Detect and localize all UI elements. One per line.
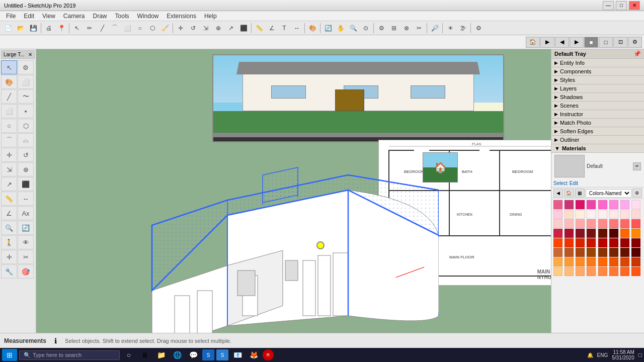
view-mode1[interactable]: ■ (584, 37, 598, 48)
taskbar-app-4[interactable]: 💬 (186, 348, 200, 362)
color-swatch-42[interactable] (576, 248, 585, 257)
color-swatch-9[interactable] (565, 210, 574, 219)
color-swatch-37[interactable] (609, 238, 618, 247)
view-settings[interactable]: ⚙ (628, 37, 642, 48)
color-swatch-49[interactable] (565, 257, 574, 266)
color-swatch-4[interactable] (598, 200, 607, 209)
color-swatch-56[interactable] (553, 267, 562, 276)
tool-extra1[interactable]: 🔧 (1, 264, 17, 279)
color-swatch-21[interactable] (609, 219, 618, 228)
tool-rect2[interactable]: ▪ (18, 104, 34, 118)
protractor-tool[interactable]: ∠ (266, 22, 278, 34)
tool-component[interactable]: ⚙ (18, 60, 34, 74)
color-swatch-24[interactable] (553, 229, 562, 238)
taskbar-app-5[interactable]: S (202, 349, 214, 360)
color-swatch-25[interactable] (565, 229, 574, 238)
entity-info-header[interactable]: ▶ Entity Info (551, 59, 644, 67)
menu-view[interactable]: View (38, 12, 59, 21)
color-swatch-32[interactable] (553, 238, 562, 247)
section-tool[interactable]: ✂ (413, 22, 425, 34)
menu-help[interactable]: Help (200, 12, 221, 21)
outliner-header[interactable]: ▶ Outliner (551, 136, 644, 144)
tool-lookaround[interactable]: 👁 (18, 235, 34, 249)
materials-select-tab[interactable]: Select (553, 180, 568, 186)
line-tool[interactable]: ╱ (96, 22, 108, 34)
fog-btn[interactable]: 🌫 (457, 22, 469, 34)
view-next[interactable]: ▶ (570, 37, 584, 48)
color-swatch-43[interactable] (587, 248, 596, 257)
color-swatch-62[interactable] (620, 267, 629, 276)
mat-settings-btn[interactable]: ⚙ (632, 189, 642, 198)
taskbar-action-center[interactable]: □ (638, 351, 642, 358)
scenes-header[interactable]: ▶ Scenes (551, 102, 644, 110)
view-mode3[interactable]: ⊡ (613, 37, 627, 48)
zoomarea-btn[interactable]: 🔎 (429, 22, 441, 34)
mat-detail-btn[interactable]: ▦ (575, 189, 585, 198)
color-swatch-7[interactable] (631, 200, 640, 209)
color-swatch-44[interactable] (598, 248, 607, 257)
color-swatch-20[interactable] (598, 219, 607, 228)
color-swatch-61[interactable] (609, 267, 618, 276)
color-swatch-46[interactable] (620, 248, 629, 257)
color-swatch-55[interactable] (631, 257, 640, 266)
color-swatch-41[interactable] (565, 248, 574, 257)
tool-circle[interactable]: ○ (1, 119, 17, 133)
maximize-button[interactable]: □ (616, 1, 627, 10)
dim-tool[interactable]: ↔ (291, 22, 303, 34)
pushpull-tool[interactable]: ⊕ (212, 22, 224, 34)
color-swatch-27[interactable] (587, 229, 596, 238)
tool-freehand[interactable]: 〜 (18, 89, 34, 104)
minimize-button[interactable]: — (603, 1, 614, 10)
color-swatch-22[interactable] (620, 219, 629, 228)
color-swatch-3[interactable] (587, 200, 596, 209)
canvas-area[interactable]: BEDROOM BATH BEDROOM LIVING RM KITCHEN D… (36, 49, 551, 333)
color-swatch-60[interactable] (598, 267, 607, 276)
pan-tool[interactable]: ✋ (335, 22, 347, 34)
select-tool[interactable]: ↖ (71, 22, 83, 34)
shadowsett-btn[interactable]: ☀ (444, 22, 456, 34)
color-swatch-47[interactable] (631, 248, 640, 257)
color-swatch-26[interactable] (576, 229, 585, 238)
color-swatch-33[interactable] (565, 238, 574, 247)
tool-extra2[interactable]: 🎯 (18, 264, 34, 279)
taskbar-app-3[interactable]: 🌐 (170, 348, 184, 362)
color-swatch-5[interactable] (609, 200, 618, 209)
menu-edit[interactable]: Edit (20, 12, 38, 21)
paint-tool[interactable]: 🎨 (306, 22, 318, 34)
zoomext-tool[interactable]: ⊙ (360, 22, 372, 34)
tool-orbit[interactable]: 🔄 (18, 221, 34, 235)
followme-tool[interactable]: ↗ (225, 22, 237, 34)
color-swatch-18[interactable] (576, 219, 585, 228)
tool-line[interactable]: ╱ (1, 89, 17, 104)
save-button[interactable]: 💾 (27, 22, 39, 34)
color-swatch-39[interactable] (631, 238, 640, 247)
color-swatch-57[interactable] (565, 267, 574, 276)
color-swatch-51[interactable] (587, 257, 596, 266)
rect-tool[interactable]: ⬜ (121, 22, 133, 34)
color-swatch-52[interactable] (598, 257, 607, 266)
toolbar-close-icon[interactable]: ✕ (28, 52, 32, 57)
start-button[interactable]: ⊞ (2, 349, 17, 361)
materials-header[interactable]: ▼ Materials (551, 144, 644, 153)
taskbar-app-6[interactable]: 📧 (230, 348, 245, 362)
open-button[interactable]: 📂 (15, 22, 27, 34)
move-tool[interactable]: ✛ (175, 22, 187, 34)
view-play[interactable]: ▶ (540, 37, 554, 48)
eraser-tool[interactable]: 🧹 (159, 22, 171, 34)
scale-tool[interactable]: ⇲ (200, 22, 212, 34)
tool-rect[interactable]: ⬜ (1, 104, 17, 118)
match-photo-header[interactable]: ▶ Match Photo (551, 119, 644, 127)
color-swatch-58[interactable] (576, 267, 585, 276)
tool-followme[interactable]: ↗ (1, 177, 17, 191)
polygon-tool[interactable]: ⬡ (146, 22, 158, 34)
taskbar-app-1[interactable]: 🖥 (138, 348, 152, 362)
tool-section[interactable]: ✂ (18, 250, 34, 264)
tool-arc2[interactable]: ⌓ (18, 133, 34, 147)
shadows-header[interactable]: ▶ Shadows (551, 93, 644, 101)
mat-back-btn[interactable]: ◀ (553, 189, 563, 198)
view-mode2[interactable]: □ (599, 37, 613, 48)
color-swatch-15[interactable] (631, 210, 640, 219)
color-swatch-40[interactable] (553, 248, 562, 257)
print-button[interactable]: 🖨 (43, 22, 55, 34)
taskbar-app-2[interactable]: 📁 (154, 348, 168, 362)
